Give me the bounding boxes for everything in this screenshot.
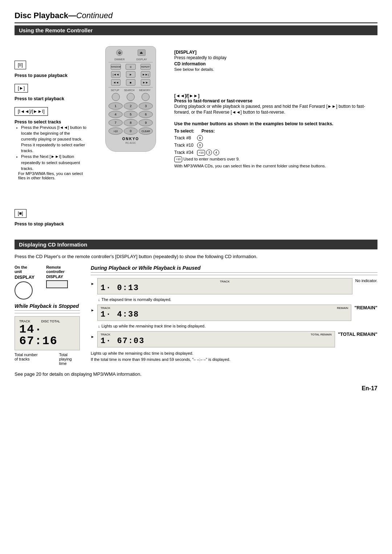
num-5[interactable]: 5 (124, 111, 138, 118)
remote-ctrl-label: Remote controller (46, 265, 80, 274)
table-row: Track #10 0 (174, 142, 222, 149)
pause-text: Press to pause playback (15, 73, 68, 78)
prev-button[interactable]: |◄◄ (111, 71, 121, 78)
table-row: Track #34 >10 3 4 (174, 149, 222, 156)
remain-label: "REMAIN" (354, 305, 377, 310)
annotation-row1: No indicator. (355, 278, 377, 284)
stop-text: Press to stop playback (15, 221, 64, 227)
skip-bracket: [I◄◄]/[►►I] (15, 107, 48, 116)
total-remain-label: "TOTAL REMAIN" (338, 331, 377, 337)
search-button[interactable] (127, 93, 135, 101)
stopped-lcd: TRACK DISC TOTAL 14· 67:16 (15, 316, 80, 350)
num-6[interactable]: 6 (139, 111, 153, 118)
pause-button[interactable]: II (126, 64, 136, 70)
remote-graphic: ⏻ ⏏ DIMMER DISPLAY RANDOM II REPEAT |◄◄ … (94, 39, 167, 232)
page-number: En-17 (15, 385, 377, 392)
play-text: Press to start playback (15, 96, 64, 101)
ff-rev-bracket: [◄◄]/[►►] (174, 93, 377, 98)
power-button[interactable]: ⏻ (116, 49, 123, 56)
transport-row1: |◄◄ ► ►►| (109, 71, 153, 78)
num-badge-4: 4 (213, 150, 219, 155)
num-badge-gt10: >10 (197, 150, 205, 156)
table-row: Track #8 8 (174, 134, 222, 142)
playback-row-1: ► TRACK 1· 0:13 No indicator. (91, 278, 377, 294)
title-continued: Continued (76, 11, 113, 20)
col-press: Press: (197, 128, 222, 134)
num-2[interactable]: 2 (124, 102, 138, 110)
num-0[interactable]: 0 (124, 127, 138, 135)
lcd-row2-labels: TRACK REMAIN (101, 306, 348, 310)
total-time-annotation: Total playing time (59, 353, 80, 366)
setup-row (109, 93, 153, 101)
play-arrow-3: ► (91, 335, 94, 339)
clear-button[interactable]: CLEAR (139, 127, 153, 135)
num-7[interactable]: 7 (109, 119, 123, 126)
display-title: [DISPLAY] (174, 50, 377, 55)
num-8[interactable]: 8 (124, 119, 138, 126)
number-buttons-group: Use the number buttons as shown in the e… (174, 121, 377, 168)
track34-select: Track #34 (174, 149, 197, 156)
memory-button[interactable] (142, 93, 150, 101)
display-circle-icon (15, 281, 33, 300)
remote-controller-area: [II] Press to pause playback [►] Press t… (15, 39, 377, 232)
row1-subnote: ↓ The elapsed time is normally displayed… (98, 297, 377, 302)
while-stopped-section: While Playback is Stopped TRACK DISC TOT… (15, 303, 80, 366)
num-9[interactable]: 9 (139, 119, 153, 126)
stop-label-group: [■] Press to stop playback (15, 209, 87, 227)
rew-button[interactable]: ◄◄ (111, 79, 121, 86)
display-label-group: [DISPLAY] Press repeatedly to display CD… (174, 50, 377, 72)
h-line (15, 313, 80, 313)
playback-row-3: ► TRACK TOTAL REMAIN 1· 67:03 "TOTAL REM… (91, 331, 377, 347)
number-buttons-title: Use the number buttons as shown in the e… (174, 121, 377, 126)
random-button[interactable]: RANDOM (111, 64, 121, 70)
ff-button[interactable]: ►► (141, 79, 150, 86)
remote-body: ⏻ ⏏ DIMMER DISPLAY RANDOM II REPEAT |◄◄ … (105, 46, 156, 152)
ff-rev-desc: During playback or while playback is pau… (174, 103, 377, 116)
during-playback-title: During Playback or While Playback is Pau… (91, 265, 377, 273)
total-tracks-annotation: Total number of tracks (15, 353, 41, 366)
next-button[interactable]: ►►| (141, 71, 150, 78)
title-text: Disc Playback (15, 11, 68, 20)
play-button[interactable]: ► (126, 71, 135, 78)
remote-top-labels: DIMMER DISPLAY (109, 58, 153, 61)
pause-bracket: [II] (15, 61, 26, 69)
setup-button[interactable] (112, 93, 120, 101)
brand-name: ONKYO (109, 137, 153, 141)
on-unit-label: On the unit (15, 265, 35, 274)
remote-top-row: ⏻ ⏏ (109, 49, 153, 56)
down-arrow-2: ↓ (98, 324, 100, 328)
lcd-row1-value: 1· 0:13 (101, 284, 349, 293)
stop-button[interactable]: ■ (126, 79, 135, 86)
track10-select: Track #10 (174, 142, 197, 149)
num-gt10[interactable]: >10 (109, 127, 123, 135)
lcd-row2-value: 1· 4:38 (101, 310, 348, 319)
stopped-annotations: Total number of tracks Total playing tim… (15, 353, 80, 366)
down-arrow-1: ↓ (98, 297, 100, 302)
num-4[interactable]: 4 (109, 111, 123, 118)
col-select: To select: (174, 128, 197, 134)
lcd-row1: TRACK 1· 0:13 (97, 278, 352, 294)
play-bracket: [►] (15, 84, 28, 93)
stopped-lcd-value: 14· 67:16 (19, 324, 75, 347)
eject-button[interactable]: ⏏ (138, 49, 146, 56)
track-select-table: To select: Press: Track #8 8 Track #10 0 (174, 128, 222, 156)
playback-row-2: ► TRACK REMAIN 1· 4:38 "REMAIN" (91, 305, 377, 321)
num-3[interactable]: 3 (139, 102, 153, 110)
random-repeat-row: RANDOM II REPEAT (109, 64, 153, 70)
section2-header: Displaying CD Information (15, 240, 377, 249)
track8-select: Track #8 (174, 134, 197, 142)
repeat-button[interactable]: REPEAT (140, 64, 151, 70)
skip-note: For MP3/WMA files, you can select files … (18, 171, 87, 180)
intro-text: Press the CD Player's or the remote cont… (15, 253, 377, 260)
disc-total-label: DISC TOTAL (41, 319, 60, 323)
skip-title: Press to select tracks (15, 119, 61, 125)
stop-bracket: [■] (15, 209, 26, 218)
display-desc3: See below for details. (174, 67, 377, 72)
lcd-row3-labels: TRACK TOTAL REMAIN (101, 333, 332, 336)
remote-ctrl-section: Remote controller DISPLAY (46, 265, 80, 300)
on-unit-section: On the unit DISPLAY (15, 265, 35, 300)
gt10-icon: >10 (174, 156, 182, 162)
footer-text: See page 20 for details on displaying MP… (15, 371, 377, 378)
num-1[interactable]: 1 (109, 102, 123, 110)
number-note2: With MP3/WMA CDs, you can select files i… (174, 164, 377, 168)
